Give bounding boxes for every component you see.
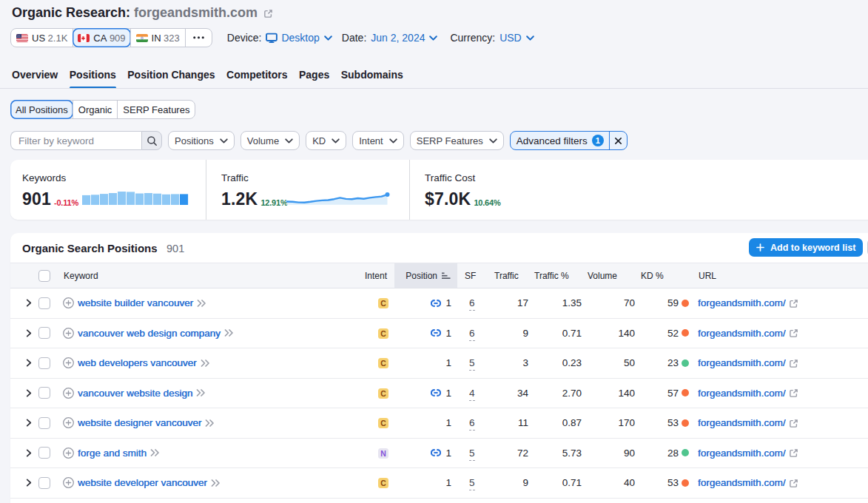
url-link[interactable]: forgeandsmith.com/ (698, 357, 786, 368)
intent-badge-c[interactable]: C (378, 298, 388, 308)
expand-keyword-icon[interactable] (197, 300, 206, 307)
keyword-link[interactable]: website designer vancouver (78, 417, 201, 428)
col-kd[interactable]: KD % (641, 263, 695, 288)
more-regions-button[interactable] (186, 29, 212, 47)
expand-row-chevron[interactable] (26, 419, 32, 427)
tab-competitors[interactable]: Competitors (226, 62, 287, 89)
select-all-checkbox[interactable] (38, 270, 50, 282)
expand-row-chevron[interactable] (26, 329, 32, 337)
row-checkbox[interactable] (38, 417, 50, 429)
date-dropdown[interactable]: Jun 2, 2024 (371, 32, 437, 44)
expand-keyword-icon[interactable] (205, 419, 215, 427)
url-link[interactable]: forgeandsmith.com/ (698, 388, 786, 399)
col-intent[interactable]: Intent (357, 263, 394, 288)
tab-position-changes[interactable]: Position Changes (127, 62, 215, 89)
col-url[interactable]: URL (695, 263, 868, 288)
serp-features-count[interactable]: 6 (469, 417, 475, 431)
keyword-link[interactable]: website builder vancouver (78, 297, 193, 308)
region-tab-in[interactable]: IN323 (130, 29, 186, 47)
clear-advanced-filters-button[interactable] (610, 132, 627, 149)
expand-row-chevron[interactable] (26, 299, 32, 307)
intent-badge-c[interactable]: C (378, 388, 388, 399)
row-checkbox[interactable] (38, 297, 50, 309)
url-link[interactable]: forgeandsmith.com/ (698, 448, 786, 459)
expand-keyword-icon[interactable] (211, 479, 221, 487)
filter-dropdown-positions[interactable]: Positions (168, 131, 235, 150)
filter-dropdown-intent[interactable]: Intent (352, 131, 404, 150)
row-checkbox[interactable] (38, 477, 50, 489)
add-keyword-icon[interactable] (63, 417, 74, 428)
add-keyword-icon[interactable] (63, 477, 74, 488)
tab-pages[interactable]: Pages (299, 62, 329, 89)
add-keyword-icon[interactable] (63, 448, 74, 459)
intent-badge-c[interactable]: C (378, 418, 388, 428)
expand-keyword-icon[interactable] (201, 359, 210, 367)
expand-row-chevron[interactable] (26, 389, 32, 397)
serp-features-count[interactable]: 5 (469, 448, 475, 461)
serp-features-count[interactable]: 5 (469, 357, 475, 371)
col-volume[interactable]: Volume (588, 263, 641, 288)
serp-features-count[interactable]: 6 (469, 328, 475, 341)
col-sf[interactable]: SF (457, 263, 494, 288)
keyword-link[interactable]: web developers vancouver (78, 357, 197, 368)
filter-tab-serp-features[interactable]: SERP Features (118, 101, 195, 118)
external-link-icon[interactable] (263, 9, 273, 18)
region-tab-ca[interactable]: CA909 (73, 28, 130, 47)
device-dropdown[interactable]: Desktop (266, 32, 332, 44)
col-keyword[interactable]: Keyword (63, 263, 357, 288)
keyword-link[interactable]: vancouver web design company (78, 328, 221, 339)
row-checkbox[interactable] (38, 357, 50, 369)
row-checkbox[interactable] (38, 447, 50, 459)
url-link[interactable]: forgeandsmith.com/ (698, 417, 786, 428)
keyword-link[interactable]: forge and smith (78, 448, 147, 459)
filter-tab-organic[interactable]: Organic (73, 101, 118, 118)
filter-dropdown-kd[interactable]: KD (306, 131, 346, 150)
url-link[interactable]: forgeandsmith.com/ (698, 477, 786, 488)
keyword-filter-input[interactable] (10, 131, 141, 150)
add-to-keyword-list-button[interactable]: Add to keyword list (749, 238, 863, 257)
row-checkbox[interactable] (38, 327, 50, 339)
advanced-filters-button[interactable]: Advanced filters 1 (511, 132, 610, 149)
open-url-icon[interactable] (789, 388, 798, 398)
tab-subdomains[interactable]: Subdomains (341, 62, 403, 89)
keyword-link[interactable]: website developer vancouver (78, 477, 207, 488)
serp-features-count[interactable]: 6 (469, 297, 475, 311)
open-url-icon[interactable] (789, 448, 798, 458)
intent-badge-n[interactable]: N (378, 448, 388, 459)
tab-overview[interactable]: Overview (12, 62, 58, 89)
currency-dropdown[interactable]: USD (499, 32, 534, 44)
keyword-link[interactable]: vancouver website design (78, 388, 192, 399)
expand-keyword-icon[interactable] (196, 389, 206, 396)
expand-keyword-icon[interactable] (224, 329, 234, 337)
url-link[interactable]: forgeandsmith.com/ (698, 297, 786, 308)
serp-features-count[interactable]: 5 (469, 477, 475, 490)
col-position[interactable]: Position (394, 263, 457, 288)
add-keyword-icon[interactable] (63, 328, 74, 339)
open-url-icon[interactable] (789, 419, 798, 428)
expand-row-chevron[interactable] (26, 479, 32, 487)
col-traffic-pct[interactable]: Traffic % (534, 263, 588, 288)
tab-positions[interactable]: Positions (70, 62, 116, 89)
row-checkbox[interactable] (38, 387, 50, 399)
filter-dropdown-serp-features[interactable]: SERP Features (410, 131, 504, 150)
open-url-icon[interactable] (789, 299, 798, 308)
url-link[interactable]: forgeandsmith.com/ (698, 328, 786, 339)
add-keyword-icon[interactable] (63, 297, 74, 308)
expand-keyword-icon[interactable] (150, 449, 160, 456)
serp-features-count[interactable]: 4 (469, 388, 475, 401)
intent-badge-c[interactable]: C (378, 358, 388, 368)
search-button[interactable] (141, 131, 162, 150)
col-traffic[interactable]: Traffic (494, 263, 534, 288)
expand-row-chevron[interactable] (26, 449, 32, 457)
add-keyword-icon[interactable] (63, 357, 74, 368)
filter-tab-all-positions[interactable]: All Positions (10, 100, 73, 119)
region-tab-us[interactable]: US2.1K (11, 29, 73, 47)
open-url-icon[interactable] (789, 359, 798, 368)
expand-row-chevron[interactable] (26, 359, 32, 367)
filter-dropdown-volume[interactable]: Volume (240, 131, 300, 150)
intent-badge-c[interactable]: C (378, 328, 388, 339)
add-keyword-icon[interactable] (63, 388, 74, 399)
open-url-icon[interactable] (789, 328, 798, 338)
open-url-icon[interactable] (789, 479, 798, 488)
intent-badge-c[interactable]: C (378, 478, 388, 488)
